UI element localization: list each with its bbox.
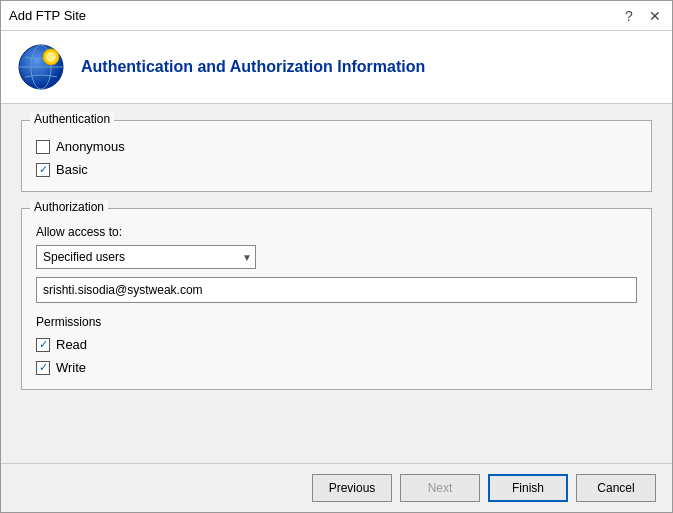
permissions-label: Permissions — [36, 315, 637, 329]
user-input[interactable] — [36, 277, 637, 303]
previous-button[interactable]: Previous — [312, 474, 392, 502]
basic-checkbox[interactable] — [36, 163, 50, 177]
next-button[interactable]: Next — [400, 474, 480, 502]
basic-label: Basic — [56, 162, 88, 177]
window: Add FTP Site ? ✕ Authentication and Auth… — [0, 0, 673, 513]
anonymous-checkbox[interactable] — [36, 140, 50, 154]
finish-button[interactable]: Finish — [488, 474, 568, 502]
window-title: Add FTP Site — [9, 8, 86, 23]
title-bar-controls: ? ✕ — [620, 7, 664, 25]
title-bar-left: Add FTP Site — [9, 8, 86, 23]
write-row: Write — [36, 360, 637, 375]
anonymous-row: Anonymous — [36, 139, 637, 154]
read-label: Read — [56, 337, 87, 352]
authorization-section-label: Authorization — [30, 200, 108, 214]
basic-row: Basic — [36, 162, 637, 177]
content: Authentication Anonymous Basic Authoriza… — [1, 104, 672, 463]
globe-icon — [17, 43, 65, 91]
footer: Previous Next Finish Cancel — [1, 463, 672, 512]
write-label: Write — [56, 360, 86, 375]
close-button[interactable]: ✕ — [646, 7, 664, 25]
access-dropdown[interactable]: All Users Anonymous Users Specified user… — [36, 245, 256, 269]
write-checkbox[interactable] — [36, 361, 50, 375]
dropdown-wrapper: All Users Anonymous Users Specified user… — [36, 245, 256, 269]
title-bar: Add FTP Site ? ✕ — [1, 1, 672, 31]
authentication-section-label: Authentication — [30, 112, 114, 126]
authorization-section: Authorization Allow access to: All Users… — [21, 208, 652, 390]
authentication-section: Authentication Anonymous Basic — [21, 120, 652, 192]
svg-point-4 — [46, 52, 56, 62]
anonymous-label: Anonymous — [56, 139, 125, 154]
help-button[interactable]: ? — [620, 7, 638, 25]
header-title: Authentication and Authorization Informa… — [81, 58, 425, 76]
cancel-button[interactable]: Cancel — [576, 474, 656, 502]
header: Authentication and Authorization Informa… — [1, 31, 672, 104]
allow-access-label: Allow access to: — [36, 225, 637, 239]
read-checkbox[interactable] — [36, 338, 50, 352]
read-row: Read — [36, 337, 637, 352]
